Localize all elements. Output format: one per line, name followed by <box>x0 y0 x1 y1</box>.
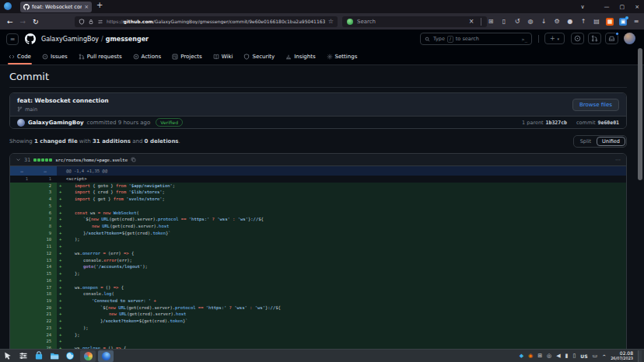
parent-sha-link[interactable]: 1b327cb <box>546 120 567 126</box>
tab-close-icon[interactable]: × <box>84 4 89 10</box>
bookmark-star-icon[interactable]: ☆ <box>328 18 334 25</box>
new-line-number[interactable]: 2 <box>33 183 57 190</box>
breadcrumb-repo[interactable]: gmessenger <box>106 36 149 43</box>
github-logo-icon[interactable] <box>25 33 36 44</box>
account-icon[interactable]: ● <box>566 18 574 26</box>
new-line-number[interactable]: 20 <box>33 305 57 312</box>
old-line-number[interactable] <box>10 263 33 270</box>
maximize-icon[interactable]: ▢ <box>620 4 625 10</box>
breadcrumb-owner[interactable]: GalaxyGamingBoy <box>41 36 99 43</box>
show-desktop-button[interactable] <box>638 350 642 362</box>
old-line-number[interactable] <box>10 277 33 284</box>
reload-icon[interactable]: ↻ <box>33 18 39 26</box>
unified-toggle[interactable]: Unified <box>597 137 625 146</box>
old-line-number[interactable] <box>10 284 33 291</box>
commit-author[interactable]: GalaxyGamingBoy <box>28 120 84 126</box>
new-tab-button[interactable]: + <box>96 1 103 9</box>
new-line-number[interactable]: 22 <box>33 318 57 325</box>
share-icon[interactable]: ↑ <box>579 18 587 26</box>
updates-icon[interactable]: ◉ <box>528 351 533 361</box>
close-multiple-icon[interactable]: × <box>467 18 475 26</box>
old-line-number[interactable] <box>10 338 33 345</box>
clipboard-icon[interactable]: ⊞ <box>537 351 542 361</box>
battery-icon[interactable]: ▮ <box>565 351 569 361</box>
url-bar[interactable]: https://github.com/GalaxyGamingBoy/gmess… <box>75 16 338 27</box>
repo-tab-actions[interactable]: Actions <box>129 48 166 64</box>
downloads-icon[interactable]: ↓ <box>540 18 548 26</box>
new-line-number[interactable]: 1 <box>33 176 57 183</box>
repo-tab-issues[interactable]: Issues <box>38 48 72 64</box>
notifications-button[interactable] <box>605 33 618 44</box>
verified-badge[interactable]: Verified <box>156 118 183 127</box>
power-icon[interactable]: ▯ <box>572 351 576 361</box>
new-line-number[interactable]: 24 <box>33 332 57 339</box>
repo-tab-settings[interactable]: Settings <box>323 48 362 64</box>
hamburger-menu-button[interactable]: ≡ <box>6 33 19 45</box>
active-tab[interactable]: feat: Websocket connectio × <box>20 2 92 12</box>
github-search-input[interactable]: Type/to search >_ <box>420 33 532 45</box>
browse-files-button[interactable]: Browse files <box>572 99 619 111</box>
new-line-number[interactable]: 4 <box>33 196 57 203</box>
old-line-number[interactable] <box>10 332 33 339</box>
old-line-number[interactable] <box>10 270 33 277</box>
new-line-number[interactable]: 8 <box>33 223 57 230</box>
pull-requests-header-button[interactable] <box>588 33 601 44</box>
old-line-number[interactable] <box>10 257 33 264</box>
forward-icon[interactable]: → <box>20 18 26 26</box>
web-browser-icon[interactable] <box>65 351 75 361</box>
repo-tab-wiki[interactable]: Wiki <box>209 48 237 64</box>
new-line-number[interactable]: 14 <box>33 263 57 270</box>
old-line-number[interactable] <box>10 183 33 190</box>
old-line-number[interactable] <box>10 318 33 325</box>
old-line-number[interactable] <box>10 243 33 250</box>
scrollbar[interactable] <box>638 30 643 349</box>
old-line-number[interactable] <box>10 291 33 298</box>
extension-orange-icon[interactable]: ▦ <box>606 18 614 26</box>
firefox-window-task[interactable] <box>98 350 114 362</box>
media-player-icon[interactable]: ◎ <box>547 351 551 361</box>
back-icon[interactable]: ← <box>7 18 13 26</box>
split-toggle[interactable]: Split <box>575 137 597 146</box>
old-line-number[interactable] <box>10 196 33 203</box>
minimize-icon[interactable]: — <box>604 4 610 10</box>
collapse-file-icon[interactable] <box>16 157 21 162</box>
tracking-shield-icon[interactable] <box>79 19 85 25</box>
repo-tab-pull-requests[interactable]: Pull requests <box>75 48 126 64</box>
old-line-number[interactable] <box>10 216 33 223</box>
clock[interactable]: 02.08 26/07/2023 <box>611 351 633 360</box>
author-avatar[interactable] <box>17 119 25 127</box>
privacy-shield-icon[interactable]: ◍ <box>527 18 534 26</box>
keyboard-layout[interactable]: US <box>580 353 587 359</box>
new-line-number[interactable]: 15 <box>33 270 57 277</box>
old-line-number[interactable] <box>10 250 33 257</box>
repo-tab-projects[interactable]: Projects <box>168 48 206 64</box>
copy-path-icon[interactable] <box>131 157 136 162</box>
old-line-number[interactable]: 1 <box>10 176 33 183</box>
new-line-number[interactable]: 25 <box>33 338 57 345</box>
file-menu-icon[interactable]: ⋯ <box>615 157 621 163</box>
old-line-number[interactable] <box>10 189 33 196</box>
old-line-number[interactable] <box>10 305 33 312</box>
old-line-number[interactable] <box>10 223 33 230</box>
lock-icon[interactable] <box>88 19 94 25</box>
repo-tab-security[interactable]: Security <box>240 48 278 64</box>
menu-icon[interactable]: ≡ <box>632 18 640 26</box>
firefox-view-icon[interactable] <box>4 2 12 10</box>
new-line-number[interactable]: 17 <box>33 284 57 291</box>
branch-name[interactable]: main <box>25 106 37 113</box>
new-line-number[interactable]: 13 <box>33 257 57 264</box>
old-line-number[interactable] <box>10 203 33 210</box>
new-line-number[interactable]: 9 <box>33 230 57 237</box>
new-line-number[interactable]: 16 <box>33 277 57 284</box>
create-new-button[interactable]: +▾ <box>544 33 565 44</box>
translate-icon[interactable] <box>97 19 103 25</box>
old-line-number[interactable] <box>10 230 33 237</box>
new-line-number[interactable]: 5 <box>33 203 57 210</box>
history-icon[interactable]: ↺ <box>513 18 521 26</box>
repo-tab-code[interactable]: Code <box>5 48 35 64</box>
repo-tab-insights[interactable]: Insights <box>282 48 319 64</box>
issues-header-button[interactable] <box>571 33 584 44</box>
screenshot-icon[interactable]: ⊞ <box>487 18 495 26</box>
new-line-number[interactable]: 3 <box>33 189 57 196</box>
new-line-number[interactable]: 21 <box>33 311 57 318</box>
